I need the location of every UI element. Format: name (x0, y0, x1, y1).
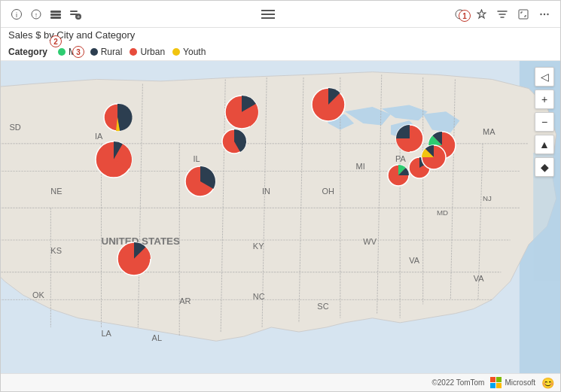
pie-marker-ia (219, 126, 249, 156)
feedback-button[interactable]: 😊 (541, 377, 554, 389)
legend-category-label: Category (8, 47, 47, 57)
svg-text:KY: KY (253, 242, 264, 251)
legend-item-urban: Urban (130, 47, 165, 57)
svg-text:KS: KS (50, 246, 62, 255)
microsoft-text: Microsoft (505, 378, 535, 387)
navigate-button[interactable]: ◁ (535, 67, 554, 87)
svg-text:NC: NC (253, 292, 265, 301)
legend-text-urban: Urban (140, 47, 165, 57)
pin-icon[interactable] (473, 6, 489, 23)
legend-dot-mix (58, 48, 66, 56)
filter-icon[interactable] (494, 6, 511, 23)
svg-text:SC: SC (317, 302, 328, 311)
legend-item-rural: Rural (90, 47, 123, 57)
svg-text:NE: NE (50, 187, 62, 196)
svg-text:AR: AR (179, 296, 191, 305)
header-left-icons: i ↑ + (8, 6, 84, 23)
ms-squares (490, 377, 502, 388)
export-icon[interactable]: ↑ (28, 6, 44, 23)
svg-text:NJ: NJ (483, 194, 492, 202)
footer: ©2022 TomTom Microsoft 😊 (1, 373, 560, 391)
svg-text:↑: ↑ (35, 11, 38, 19)
svg-rect-13 (519, 10, 528, 19)
svg-text:AL: AL (152, 333, 162, 342)
reset-bearing-button[interactable]: ▲ (535, 135, 554, 154)
add-layer-icon[interactable]: + (67, 6, 84, 23)
widget-container: 1 2 3 i ↑ + ↓ (0, 0, 561, 392)
svg-rect-6 (50, 17, 61, 19)
legend-text-rural: Rural (101, 47, 123, 57)
callout-1: 1 (459, 10, 471, 22)
svg-text:VA: VA (409, 256, 420, 265)
zoom-out-button[interactable]: − (535, 112, 554, 132)
copyright-text: ©2022 TomTom (431, 378, 484, 387)
svg-text:MI: MI (356, 162, 365, 171)
svg-text:LA: LA (101, 329, 111, 338)
svg-text:IN: IN (262, 187, 270, 196)
legend-text-youth: Youth (183, 47, 206, 57)
widget-header: i ↑ + ↓ (1, 1, 560, 28)
header-center (258, 7, 278, 22)
svg-rect-9 (70, 11, 78, 12)
reset-pitch-button[interactable]: ◆ (535, 157, 554, 177)
svg-text:IL: IL (194, 154, 200, 163)
pie-marker-ne (93, 138, 135, 181)
map-controls: ◁ + − ▲ ◆ (535, 67, 554, 177)
callout-3: 3 (72, 46, 84, 58)
svg-text:OK: OK (32, 290, 45, 299)
svg-rect-4 (50, 11, 61, 13)
more-icon[interactable] (536, 6, 553, 23)
callout-2: 2 (50, 35, 62, 47)
svg-text:i: i (16, 11, 17, 19)
hamburger-menu[interactable] (258, 7, 278, 22)
svg-text:MA: MA (483, 127, 495, 136)
chart-title: Sales $ by City and Category (1, 28, 560, 44)
svg-text:WV: WV (363, 237, 377, 246)
map-svg: SD IA IL NE KS IN OH MI PA MA MD NJ WV K… (1, 61, 560, 373)
svg-rect-5 (50, 14, 61, 16)
svg-point-14 (540, 13, 541, 14)
pie-marker-il (182, 163, 218, 199)
legend-dot-urban (130, 48, 137, 56)
svg-text:OH: OH (322, 187, 334, 196)
svg-rect-10 (70, 14, 78, 15)
zoom-in-button[interactable]: + (535, 90, 554, 109)
pie-marker-sd-ia (101, 101, 134, 134)
legend-dot-rural (90, 48, 98, 56)
legend-bar: Category Mix Rural Urban Youth (1, 44, 560, 61)
svg-point-15 (544, 13, 545, 14)
pie-marker-pa2 (419, 142, 449, 172)
svg-text:MD: MD (437, 208, 448, 217)
svg-point-16 (547, 13, 548, 14)
svg-text:VA: VA (474, 274, 485, 283)
expand-icon[interactable] (515, 6, 532, 23)
legend-dot-youth (172, 48, 180, 56)
microsoft-logo: Microsoft (490, 377, 535, 388)
layers-icon[interactable] (47, 6, 64, 23)
legend-item-youth: Youth (172, 47, 206, 57)
map-area[interactable]: SD IA IL NE KS IN OH MI PA MA MD NJ WV K… (1, 61, 560, 373)
svg-text:SD: SD (9, 123, 20, 132)
pie-marker-ar (114, 239, 154, 278)
info-icon[interactable]: i (8, 6, 25, 23)
pie-marker-oh (309, 85, 348, 124)
